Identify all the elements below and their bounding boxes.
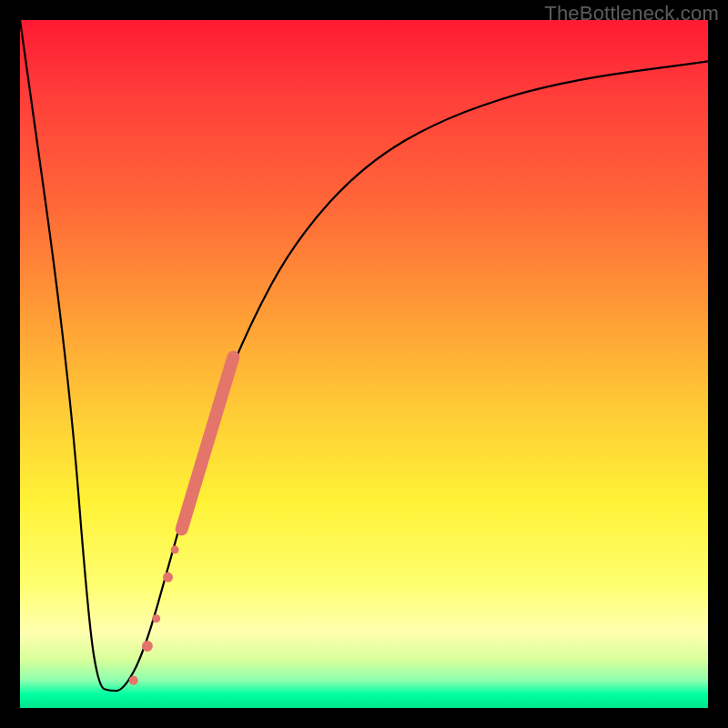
bottleneck-curve: [20, 20, 708, 691]
data-marker: [129, 676, 138, 685]
watermark-text: TheBottleneck.com: [544, 2, 719, 25]
plot-area: [20, 20, 708, 708]
data-marker: [142, 641, 153, 652]
data-marker: [163, 572, 173, 582]
data-marker: [171, 546, 179, 554]
chart-frame: TheBottleneck.com: [0, 0, 728, 728]
highlight-segment: [182, 357, 234, 529]
data-marker: [152, 614, 160, 622]
curve-svg: [20, 20, 708, 708]
